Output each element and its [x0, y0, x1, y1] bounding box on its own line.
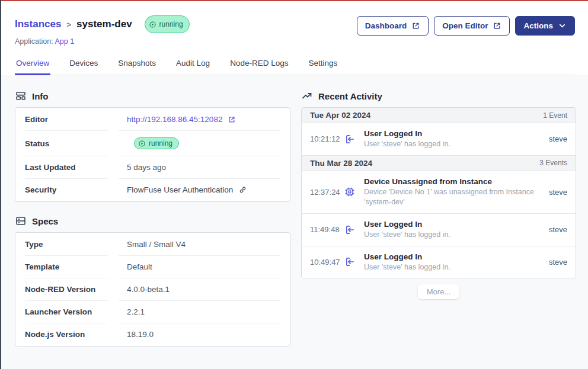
tab-devices[interactable]: Devices: [68, 59, 99, 75]
chip-icon: [344, 186, 356, 198]
activity-date-header: Tue Apr 02 20241 Event: [302, 108, 576, 123]
page-header: Instances > system-dev running Applicati…: [0, 0, 588, 75]
play-circle-icon: [149, 21, 156, 28]
dashboard-button-label: Dashboard: [365, 22, 407, 30]
left-column: Info Editorhttp://192.168.86.45:12082Sta…: [15, 90, 290, 346]
info-card: Editorhttp://192.168.86.45:12082Statusru…: [15, 107, 290, 202]
event-time: 10:49:47: [310, 258, 344, 267]
play-circle-icon: [138, 140, 146, 147]
external-link-icon: [411, 21, 420, 30]
info-label: Last Updated: [25, 156, 108, 178]
specs-value: 2.2.1: [119, 300, 280, 323]
right-column: Recent Activity Tue Apr 02 20241 Event10…: [301, 90, 576, 299]
info-title: Info: [32, 91, 49, 101]
specs-row: Node-RED Version4.0.0-beta.1: [25, 278, 280, 300]
application-label: Application:: [15, 37, 53, 46]
chevron-down-icon: [558, 21, 567, 30]
event-main: User Logged InUser 'steve' has logged in…: [364, 252, 549, 272]
header-actions: DashboardOpen EditorActions: [357, 16, 575, 36]
event-title: User Logged In: [364, 252, 542, 261]
specs-label: Node-RED Version: [25, 278, 108, 300]
activity-event-row: 10:49:47User Logged InUser 'steve' has l…: [302, 246, 576, 278]
specs-label: Launcher Version: [25, 300, 108, 323]
status-badge: running: [134, 137, 179, 149]
breadcrumb-instances-link[interactable]: Instances: [15, 17, 61, 31]
open-editor-button-label: Open Editor: [442, 22, 488, 30]
top-accent-line: [0, 0, 588, 1]
recent-activity-heading: Recent Activity: [301, 90, 576, 102]
tab-overview[interactable]: Overview: [15, 59, 50, 75]
link-icon[interactable]: [238, 185, 247, 194]
status-badge-label: running: [159, 17, 183, 31]
page-title: system-dev: [76, 17, 132, 31]
activity-event-count: 3 Events: [539, 159, 567, 167]
event-description: User 'steve' has logged in.: [364, 262, 542, 272]
left-edge-strip: [0, 0, 1, 369]
event-description: Device 'Device No 1' was unassigned from…: [364, 187, 542, 207]
specs-label: Node.js Version: [25, 323, 108, 345]
info-label: Status: [25, 130, 108, 156]
specs-row: Node.js Version18.19.0: [25, 323, 280, 345]
event-description: User 'steve' has logged in.: [364, 230, 542, 240]
activity-event-row: 10:21:12User Logged InUser 'steve' has l…: [302, 123, 576, 156]
activity-event-count: 1 Event: [543, 111, 567, 120]
breadcrumb: Instances > system-dev running: [15, 15, 190, 33]
event-time: 12:37:24: [310, 188, 344, 197]
event-user: steve: [549, 258, 567, 267]
event-user: steve: [549, 188, 567, 197]
info-section-heading: Info: [15, 90, 290, 102]
chevron-right-icon: >: [66, 18, 71, 32]
content-area: Info Editorhttp://192.168.86.45:12082Sta…: [0, 75, 588, 369]
specs-value: 4.0.0-beta.1: [119, 278, 280, 300]
external-link-icon: [228, 115, 236, 124]
event-time: 11:49:48: [310, 225, 344, 234]
info-label: Editor: [25, 108, 108, 130]
actions-button-label: Actions: [523, 22, 553, 30]
activity-event-row: 11:49:48User Logged InUser 'steve' has l…: [302, 214, 576, 246]
specs-label: Type: [25, 233, 108, 255]
status-badge-label: running: [149, 139, 172, 147]
template-icon: [15, 90, 27, 102]
security-value: FlowFuse User Authentication: [127, 185, 247, 194]
info-row: Editorhttp://192.168.86.45:12082: [25, 108, 280, 130]
tab-snapshots[interactable]: Snapshots: [117, 59, 157, 75]
tab-node-red-logs[interactable]: Node-RED Logs: [229, 59, 289, 75]
specs-label: Template: [25, 255, 108, 278]
event-main: User Logged InUser 'steve' has logged in…: [364, 129, 549, 149]
info-row: SecurityFlowFuse User Authentication: [25, 178, 280, 201]
event-title: Device Unassigned from Instance: [364, 177, 542, 186]
tab-settings[interactable]: Settings: [307, 59, 338, 75]
specs-title: Specs: [32, 216, 58, 226]
actions-button[interactable]: Actions: [515, 16, 575, 36]
specs-row: TypeSmall / Small V4: [25, 233, 280, 255]
specs-value: Default: [119, 255, 280, 278]
info-value: FlowFuse User Authentication: [119, 178, 280, 201]
recent-activity-title: Recent Activity: [318, 91, 382, 101]
specs-value: 18.19.0: [119, 323, 280, 345]
activity-event-row: 12:37:24Device Unassigned from InstanceD…: [302, 171, 576, 214]
activity-date: Thu Mar 28 2024: [310, 159, 372, 168]
event-main: Device Unassigned from InstanceDevice 'D…: [364, 177, 549, 207]
more-button[interactable]: More...: [418, 284, 459, 299]
application-link[interactable]: App 1: [55, 37, 74, 46]
login-icon: [344, 224, 356, 236]
event-user: steve: [549, 225, 567, 234]
tab-audit-log[interactable]: Audit Log: [175, 59, 211, 75]
info-value: running: [119, 130, 280, 156]
specs-value: Small / Small V4: [119, 233, 280, 255]
recent-activity-card: Tue Apr 02 20241 Event10:21:12User Logge…: [301, 107, 576, 278]
login-icon: [344, 256, 356, 268]
open-editor-button[interactable]: Open Editor: [434, 16, 510, 36]
event-time: 10:21:12: [310, 134, 344, 143]
event-title: User Logged In: [364, 220, 542, 229]
dashboard-button[interactable]: Dashboard: [357, 16, 429, 36]
info-value: http://192.168.86.45:12082: [119, 108, 280, 130]
login-icon: [344, 133, 356, 145]
status-badge: running: [145, 15, 190, 33]
tab-bar: OverviewDevicesSnapshotsAudit LogNode-RE…: [15, 59, 575, 75]
editor-url-link[interactable]: http://192.168.86.45:12082: [127, 115, 236, 124]
specs-card: TypeSmall / Small V4TemplateDefaultNode-…: [15, 232, 290, 346]
specs-row: Launcher Version2.2.1: [25, 300, 280, 323]
event-main: User Logged InUser 'steve' has logged in…: [364, 220, 549, 240]
external-link-icon: [493, 21, 501, 30]
